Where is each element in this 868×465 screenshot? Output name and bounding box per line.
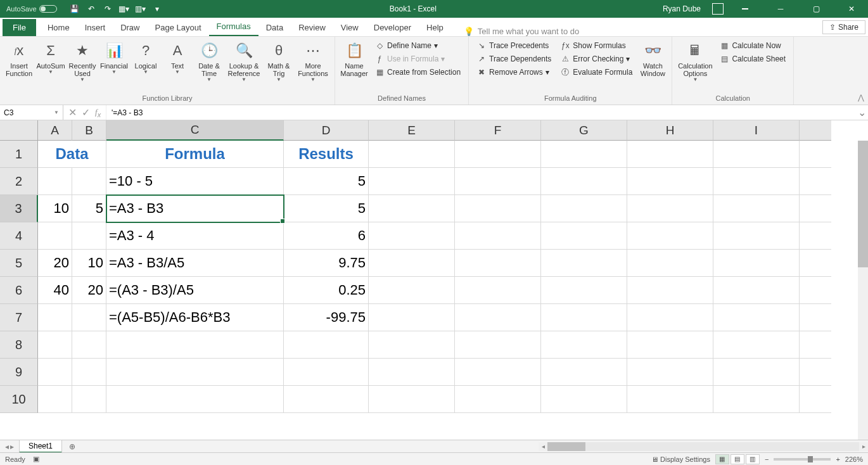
cell-C4[interactable]: =A3 - 4: [106, 222, 284, 250]
cell-E3[interactable]: [369, 195, 455, 222]
cell-F8[interactable]: [455, 331, 541, 359]
minimize-button[interactable]: ─: [767, 0, 795, 18]
cell-B8[interactable]: [72, 331, 106, 359]
recently-used-button[interactable]: ★Recently Used▼: [67, 39, 98, 93]
cell-A9[interactable]: [38, 359, 72, 386]
show-formulas-button[interactable]: ƒxShow Formulas: [556, 39, 636, 52]
tell-me-search[interactable]: 💡 Tell me what you want to do: [464, 27, 579, 36]
cell-H2[interactable]: [627, 168, 713, 195]
row-header-10[interactable]: 10: [0, 386, 38, 413]
close-button[interactable]: ✕: [838, 0, 865, 18]
cell-E6[interactable]: [369, 277, 455, 304]
qat-btn-1-icon[interactable]: ▦▾: [118, 3, 131, 15]
zoom-in-button[interactable]: +: [836, 455, 839, 463]
cell-D6[interactable]: 0.25: [284, 277, 369, 304]
cell-E10[interactable]: [369, 386, 455, 413]
collapse-ribbon-icon[interactable]: ⋀: [858, 93, 864, 102]
cell-AB1[interactable]: Data: [38, 141, 106, 168]
autosum-button[interactable]: ΣAutoSum▼: [35, 39, 66, 93]
tab-data[interactable]: Data: [258, 19, 291, 36]
hscroll-thumb[interactable]: [547, 442, 585, 451]
cell-B5[interactable]: 10: [72, 250, 106, 277]
cell-C5[interactable]: =A3 - B3/A5: [106, 250, 284, 277]
lookup-reference-button[interactable]: 🔍Lookup & Reference▼: [226, 39, 262, 93]
name-manager-button[interactable]: 📋Name Manager: [339, 39, 369, 93]
page-layout-view-button[interactable]: ▤: [731, 454, 744, 464]
cell-D5[interactable]: 9.75: [284, 250, 369, 277]
cell-G2[interactable]: [541, 168, 627, 195]
error-checking-button[interactable]: ⚠Error Checking ▾: [556, 53, 636, 65]
add-sheet-button[interactable]: ⊕: [66, 442, 79, 452]
math-trig-button[interactable]: θMath & Trig▼: [264, 39, 294, 93]
cell-H5[interactable]: [627, 250, 713, 277]
cell-D4[interactable]: 6: [284, 222, 369, 250]
cell-B4[interactable]: [72, 222, 106, 250]
cell-F7[interactable]: [455, 304, 541, 331]
cell-F6[interactable]: [455, 277, 541, 304]
date-time-button[interactable]: 🕒Date & Time▼: [194, 39, 224, 93]
cell-F10[interactable]: [455, 386, 541, 413]
logical-button[interactable]: ?Logical▼: [131, 39, 161, 93]
column-header-G[interactable]: G: [541, 120, 627, 141]
tab-review[interactable]: Review: [291, 19, 333, 36]
cell-I5[interactable]: [713, 250, 800, 277]
cell-E8[interactable]: [369, 331, 455, 359]
cell-H3[interactable]: [627, 195, 713, 222]
cell-A10[interactable]: [38, 386, 72, 413]
cell-G9[interactable]: [541, 359, 627, 386]
maximize-button[interactable]: ▢: [802, 0, 830, 18]
cell-F1[interactable]: [455, 141, 541, 168]
cell-H10[interactable]: [627, 386, 713, 413]
cell-B2[interactable]: [72, 168, 106, 195]
cell-G10[interactable]: [541, 386, 627, 413]
qat-customize-icon[interactable]: ▾: [151, 3, 163, 15]
tab-insert[interactable]: Insert: [77, 19, 113, 36]
cell-D2[interactable]: 5: [284, 168, 369, 195]
cell-D3[interactable]: 5: [284, 195, 369, 222]
cell-G1[interactable]: [541, 141, 627, 168]
cell-F3[interactable]: [455, 195, 541, 222]
cell-B7[interactable]: [72, 304, 106, 331]
column-header-B[interactable]: B: [72, 120, 106, 141]
cell-I6[interactable]: [713, 277, 800, 304]
share-button[interactable]: ⇪ Share: [822, 20, 865, 34]
cell-I1[interactable]: [713, 141, 800, 168]
page-break-view-button[interactable]: ▥: [746, 454, 760, 464]
cell-I8[interactable]: [713, 331, 800, 359]
tab-developer[interactable]: Developer: [366, 19, 419, 36]
cell-E2[interactable]: [369, 168, 455, 195]
select-all-corner[interactable]: [0, 120, 38, 141]
cell-A8[interactable]: [38, 331, 72, 359]
user-avatar-icon[interactable]: [712, 3, 724, 15]
tab-view[interactable]: View: [333, 19, 366, 36]
hscroll-right-icon[interactable]: ▸: [859, 443, 868, 450]
cell-A5[interactable]: 20: [38, 250, 72, 277]
cell-I7[interactable]: [713, 304, 800, 331]
cell-C9[interactable]: [106, 359, 284, 386]
vertical-scrollbar-thumb[interactable]: [858, 141, 868, 267]
row-header-2[interactable]: 2: [0, 168, 38, 195]
cell-G7[interactable]: [541, 304, 627, 331]
display-settings-button[interactable]: 🖥 Display Settings: [651, 455, 710, 463]
column-header-E[interactable]: E: [369, 120, 455, 141]
cell-H4[interactable]: [627, 222, 713, 250]
spreadsheet-grid[interactable]: ABCDEFGHI1DataFormulaResults2=10 - 55310…: [0, 120, 868, 413]
insert-function-button[interactable]: fxInsert Function: [4, 39, 34, 93]
cell-I10[interactable]: [713, 386, 800, 413]
cell-F4[interactable]: [455, 222, 541, 250]
cell-H8[interactable]: [627, 331, 713, 359]
text-button[interactable]: AText▼: [162, 39, 193, 93]
autosave-toggle[interactable]: AutoSave: [6, 5, 57, 13]
formula-bar-input[interactable]: '=A3 - B3: [106, 105, 855, 120]
cell-F5[interactable]: [455, 250, 541, 277]
cell-A3[interactable]: 10: [38, 195, 72, 222]
remove-arrows-button[interactable]: ✖Remove Arrows ▾: [473, 66, 555, 79]
cell-D1[interactable]: Results: [284, 141, 369, 168]
cell-H9[interactable]: [627, 359, 713, 386]
column-header-F[interactable]: F: [455, 120, 541, 141]
zoom-out-button[interactable]: −: [765, 455, 769, 463]
cell-B10[interactable]: [72, 386, 106, 413]
cell-B3[interactable]: 5: [72, 195, 106, 222]
row-header-9[interactable]: 9: [0, 359, 38, 386]
calculation-options-button[interactable]: 🖩Calculation Options▼: [676, 39, 714, 93]
